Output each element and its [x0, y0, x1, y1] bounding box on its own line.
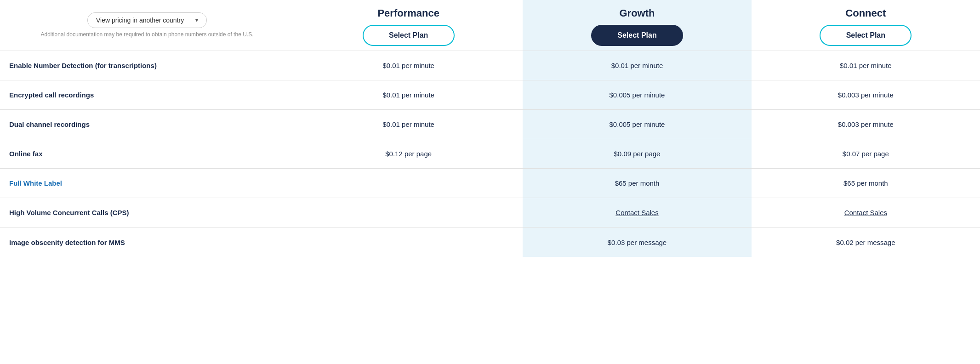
value-cell-growth: $0.03 per message — [523, 228, 751, 257]
table-row: High Volume Concurrent Calls (CPS)Contac… — [0, 198, 980, 228]
feature-name: Enable Number Detection (for transcripti… — [9, 62, 157, 69]
value-cell-growth: $65 per month — [523, 169, 751, 198]
feature-name-link[interactable]: Full White Label — [9, 179, 62, 187]
contact-sales-link[interactable]: Contact Sales — [844, 209, 887, 216]
plan-header-performance: Performance Select Plan — [294, 0, 523, 51]
value-cell-performance — [294, 169, 523, 198]
table-row: Encrypted call recordings$0.01 per minut… — [0, 80, 980, 110]
select-plan-connect-button[interactable]: Select Plan — [820, 25, 912, 46]
feature-cell: Online fax — [0, 139, 294, 168]
table-row: Dual channel recordings$0.01 per minute$… — [0, 110, 980, 139]
contact-sales-link[interactable]: Contact Sales — [615, 209, 658, 216]
plan-header-growth: Growth Select Plan — [523, 0, 751, 51]
value-cell-performance: $0.12 per page — [294, 139, 523, 168]
value-cell-connect: $0.01 per minute — [752, 51, 980, 80]
plan-name-performance: Performance — [377, 7, 439, 19]
value-cell-performance: $0.01 per minute — [294, 110, 523, 139]
value-cell-connect: $65 per month — [752, 169, 980, 198]
select-plan-growth-button[interactable]: Select Plan — [591, 25, 683, 46]
feature-cell: Image obscenity detection for MMS — [0, 228, 294, 257]
value-cell-performance — [294, 198, 523, 227]
value-cell-growth: $0.005 per minute — [523, 110, 751, 139]
value-cell-growth: $0.01 per minute — [523, 51, 751, 80]
value-cell-connect: Contact Sales — [752, 198, 980, 227]
feature-cell: Dual channel recordings — [0, 110, 294, 139]
feature-name: Image obscenity detection for MMS — [9, 239, 125, 246]
table-row: Full White Label$65 per month$65 per mon… — [0, 169, 980, 198]
value-cell-connect: $0.02 per message — [752, 228, 980, 257]
dropdown-note: Additional documentation may be required… — [41, 31, 254, 39]
feature-name: Dual channel recordings — [9, 120, 90, 128]
value-cell-performance: $0.01 per minute — [294, 80, 523, 109]
plan-name-growth: Growth — [619, 7, 655, 19]
value-cell-growth: $0.005 per minute — [523, 80, 751, 109]
value-cell-performance: $0.01 per minute — [294, 51, 523, 80]
table-row: Image obscenity detection for MMS$0.03 p… — [0, 228, 980, 257]
value-cell-performance — [294, 228, 523, 257]
feature-name: Encrypted call recordings — [9, 91, 94, 99]
feature-name: Online fax — [9, 150, 43, 158]
header-left: View pricing in another country ▾ Additi… — [0, 0, 294, 51]
value-cell-connect: $0.003 per minute — [752, 110, 980, 139]
value-cell-connect: $0.003 per minute — [752, 80, 980, 109]
feature-cell: Enable Number Detection (for transcripti… — [0, 51, 294, 80]
value-cell-connect: $0.07 per page — [752, 139, 980, 168]
dropdown-label: View pricing in another country — [96, 17, 184, 24]
value-cell-growth: Contact Sales — [523, 198, 751, 227]
plan-header-connect: Connect Select Plan — [752, 0, 980, 51]
feature-cell: High Volume Concurrent Calls (CPS) — [0, 198, 294, 227]
table-row: Online fax$0.12 per page$0.09 per page$0… — [0, 139, 980, 169]
chevron-down-icon: ▾ — [195, 17, 198, 23]
plan-name-connect: Connect — [845, 7, 886, 19]
table-row: Enable Number Detection (for transcripti… — [0, 51, 980, 80]
select-plan-performance-button[interactable]: Select Plan — [363, 25, 455, 46]
feature-name: High Volume Concurrent Calls (CPS) — [9, 209, 129, 216]
value-cell-growth: $0.09 per page — [523, 139, 751, 168]
feature-cell: Full White Label — [0, 169, 294, 198]
country-dropdown[interactable]: View pricing in another country ▾ — [87, 12, 207, 28]
feature-cell: Encrypted call recordings — [0, 80, 294, 109]
